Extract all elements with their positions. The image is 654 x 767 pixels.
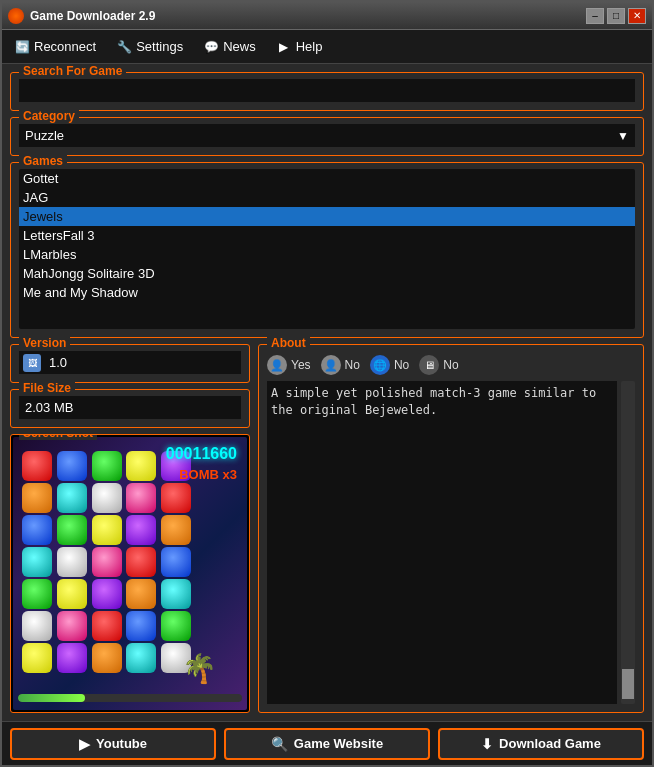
about-icon-1: 👤 Yes <box>267 355 311 375</box>
version-label: Version <box>19 336 70 350</box>
screenshot-group: Screen Shot 00011660 BOMB x3 🌴 <box>10 434 250 713</box>
youtube-button[interactable]: ▶ Youtube <box>10 728 216 760</box>
version-input[interactable]: 1.0 <box>45 353 237 372</box>
minimize-button[interactable]: – <box>586 8 604 24</box>
gem <box>22 483 52 513</box>
download-game-button[interactable]: ⬇ Download Game <box>438 728 644 760</box>
games-list[interactable]: GottetJAGJewelsLettersFall 3LMarblesMahJ… <box>19 169 635 329</box>
version-group: Version 🖼 1.0 <box>10 344 250 383</box>
help-icon: ▶ <box>276 39 292 55</box>
version-row: 🖼 1.0 <box>19 351 241 374</box>
game-website-button[interactable]: 🔍 Game Website <box>224 728 430 760</box>
gem <box>92 483 122 513</box>
gem <box>161 611 191 641</box>
reconnect-icon: 🔄 <box>14 39 30 55</box>
menu-help-label: Help <box>296 39 323 54</box>
about-icon-2: 👤 No <box>321 355 360 375</box>
menu-news-label: News <box>223 39 256 54</box>
progress-bar <box>18 694 242 702</box>
about-icons-row: 👤 Yes 👤 No 🌐 No 🖥 No <box>267 355 635 375</box>
globe-icon: 🌐 <box>370 355 390 375</box>
gem <box>126 579 156 609</box>
gem <box>57 451 87 481</box>
palm-tree-icon: 🌴 <box>182 652 217 685</box>
gem <box>22 643 52 673</box>
gem <box>92 451 122 481</box>
about-icon-label-4: No <box>443 358 458 372</box>
gem <box>126 547 156 577</box>
about-scroll-thumb <box>622 669 634 699</box>
category-select[interactable]: PuzzleActionAdventureSportsStrategyArcad… <box>19 124 635 147</box>
gem <box>92 547 122 577</box>
gem <box>161 483 191 513</box>
menu-reconnect-label: Reconnect <box>34 39 96 54</box>
gem <box>57 611 87 641</box>
about-description[interactable] <box>267 381 617 704</box>
category-group: Category PuzzleActionAdventureSportsStra… <box>10 117 644 156</box>
search-input[interactable] <box>19 79 635 102</box>
about-icon-label-3: No <box>394 358 409 372</box>
about-label: About <box>267 336 310 350</box>
footer-bar: ▶ Youtube 🔍 Game Website ⬇ Download Game <box>2 721 652 765</box>
download-game-label: Download Game <box>499 736 601 751</box>
score-display: 00011660 <box>166 445 237 463</box>
about-group: About 👤 Yes 👤 No 🌐 No 🖥 <box>258 344 644 713</box>
download-icon: ⬇ <box>481 736 493 752</box>
about-icon-label-1: Yes <box>291 358 311 372</box>
progress-fill <box>18 694 85 702</box>
window-controls: – □ ✕ <box>586 8 646 24</box>
gem <box>161 515 191 545</box>
gem <box>92 579 122 609</box>
window-title: Game Downloader 2.9 <box>30 9 155 23</box>
gem <box>22 451 52 481</box>
search-icon: 🔍 <box>271 736 288 752</box>
about-icon-4: 🖥 No <box>419 355 458 375</box>
maximize-button[interactable]: □ <box>607 8 625 24</box>
menu-settings[interactable]: 🔧 Settings <box>108 35 191 59</box>
person-icon-2: 👤 <box>321 355 341 375</box>
menu-settings-label: Settings <box>136 39 183 54</box>
gem <box>92 611 122 641</box>
about-icon-label-2: No <box>345 358 360 372</box>
bomb-display: BOMB x3 <box>179 467 237 482</box>
bottom-row: Version 🖼 1.0 File Size Screen Shot <box>10 344 644 713</box>
about-scrollbar[interactable] <box>621 381 635 704</box>
screenshot-label: Screen Shot <box>19 434 97 440</box>
youtube-label: Youtube <box>96 736 147 751</box>
about-text-area <box>267 381 635 704</box>
version-icon: 🖼 <box>23 354 41 372</box>
gems-grid <box>18 447 198 667</box>
monitor-icon: 🖥 <box>419 355 439 375</box>
gem <box>92 643 122 673</box>
filesize-group: File Size <box>10 389 250 428</box>
gem <box>126 611 156 641</box>
title-bar: Game Downloader 2.9 – □ ✕ <box>2 2 652 30</box>
games-group: Games GottetJAGJewelsLettersFall 3LMarbl… <box>10 162 644 338</box>
category-label: Category <box>19 109 79 123</box>
menu-help[interactable]: ▶ Help <box>268 35 331 59</box>
news-icon: 💬 <box>203 39 219 55</box>
gem <box>22 547 52 577</box>
about-icon-3: 🌐 No <box>370 355 409 375</box>
app-icon <box>8 8 24 24</box>
gem <box>57 483 87 513</box>
gem <box>126 643 156 673</box>
category-select-wrapper: PuzzleActionAdventureSportsStrategyArcad… <box>19 124 635 147</box>
gem <box>57 579 87 609</box>
menu-news[interactable]: 💬 News <box>195 35 264 59</box>
gem <box>57 547 87 577</box>
search-group: Search For Game <box>10 72 644 111</box>
menu-bar: 🔄 Reconnect 🔧 Settings 💬 News ▶ Help <box>2 30 652 64</box>
gem <box>126 451 156 481</box>
gem <box>126 515 156 545</box>
filesize-input[interactable] <box>19 396 241 419</box>
game-website-label: Game Website <box>294 736 383 751</box>
gem <box>22 611 52 641</box>
person-icon-1: 👤 <box>267 355 287 375</box>
games-label: Games <box>19 154 67 168</box>
close-button[interactable]: ✕ <box>628 8 646 24</box>
gem <box>22 579 52 609</box>
menu-reconnect[interactable]: 🔄 Reconnect <box>6 35 104 59</box>
left-column: Version 🖼 1.0 File Size Screen Shot <box>10 344 250 713</box>
gem <box>57 643 87 673</box>
